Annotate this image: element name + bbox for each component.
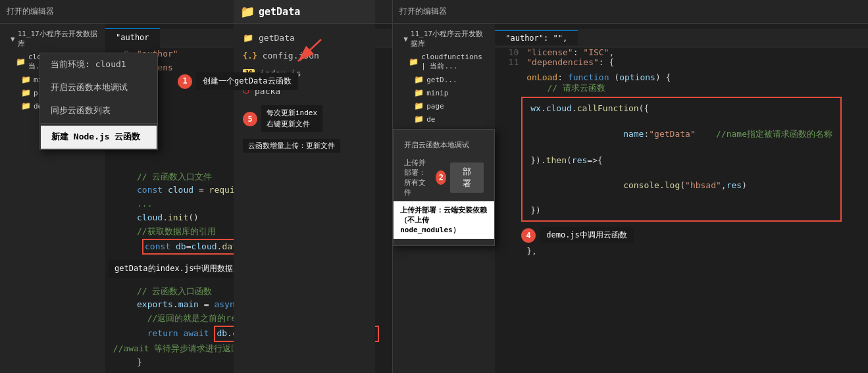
right-ln-cc [498, 82, 519, 94]
tree-label-p: p [34, 89, 38, 97]
tooltip-5-line2: 右键更新文件 [267, 119, 317, 130]
right-sidebar-cloudfunctions[interactable]: 📁 cloudfunctions | 当前... [393, 51, 495, 73]
cc-comment3: // 云函数入口函数 [137, 285, 212, 299]
annotation-1-container: 1 创建一个getData云函数 [178, 72, 298, 90]
bubble-5-container: 5 每次更新index 右键更新文件 [234, 100, 375, 137]
folder-icon-p: 📁 [21, 88, 31, 97]
right-ln-cb [498, 246, 519, 256]
right-workspace-label: 11_17小程序云开发数据库 [411, 29, 490, 49]
cloud-bubble2-container: 2 部署 [436, 162, 484, 193]
right-code-then: }).then(res=>{ [530, 155, 832, 165]
bubble-2: 2 [436, 170, 446, 185]
right-cc-11: "dependencies": { [526, 57, 614, 67]
right-cc-callfunction: wx.cloud.callFunction({ [530, 103, 649, 113]
right-folder-icon-de: 📁 [414, 114, 424, 124]
right-code-name: name:"getData" //name指定被请求函数的名称 [530, 118, 832, 150]
deploy-button[interactable]: 部署 [450, 162, 484, 193]
right-ln-11: 11 [498, 57, 519, 67]
left-tab-author[interactable]: "author [105, 28, 160, 47]
context-menu[interactable]: 当前环境: cloud1 开启云函数本地调试 同步云函数列表 新建 Node.j… [105, 53, 158, 150]
right-sidebar-minip[interactable]: 📁 minip [393, 86, 495, 99]
right-sidebar-getd[interactable]: 📁 getD... [393, 73, 495, 86]
right-cc-comment-cloud: // 请求云函数 [526, 82, 605, 94]
right-ln-ol [498, 72, 519, 82]
right-editor-panel: 打开的编辑器 ▼ 11_17小程序云开发数据库 📁 cloudfunctions… [393, 0, 868, 373]
deploy-option-cloud[interactable]: 上传并部署：云端安装依赖（不上传 node_modules） [394, 201, 494, 239]
sidebar-item-workspace[interactable]: ▼ 11_17小程序云开发数据库 [0, 27, 105, 51]
right-tab-author[interactable]: "author": "", [495, 30, 578, 45]
bubble-1: 1 [178, 74, 192, 89]
filebrowser-folder-name: getData [259, 6, 300, 18]
tooltip-cloud-upload: 云函数增量上传：更新文件 [234, 137, 375, 153]
right-cc-closeparen: }) [530, 205, 541, 215]
ln-dots [108, 197, 129, 211]
right-folder-icon-minip: 📁 [414, 88, 424, 97]
ln-init [108, 211, 129, 225]
cloud-popup: 开启云函数本地调试 上传并部署：所有文件 2 部署 上传并部署：云端安装依赖（不… [393, 129, 495, 246]
right-cc-closebrace: }, [526, 246, 537, 256]
fb-item-getdata[interactable]: 📁 getData [234, 29, 375, 47]
json-icon-config: {.} [243, 51, 257, 61]
middle-filebrowser: 📁 getData 📁 getData {.} config.json JS i… [234, 0, 375, 373]
right-tree-label-cf: cloudfunctions | 当前... [421, 53, 490, 71]
folder-icon-getdata: 📁 [243, 33, 253, 43]
annotation-4-label: demo.js中调用云函数 [540, 227, 634, 243]
right-tree-label-de: de [426, 115, 435, 124]
ln-exp [108, 298, 129, 312]
cc-init: cloud.init() [137, 211, 199, 225]
right-cc-console: console.log("hbsad",res) [530, 170, 747, 200]
right-code-onload: onLoad: function (options) { [495, 72, 868, 82]
right-folder-icon-page: 📁 [414, 101, 424, 111]
cc-comment2: //获取数据库的引用 [137, 225, 216, 239]
cc-comment4: //返回的就是之前的res [137, 312, 242, 326]
right-code-line-11: 11 "dependencies": { [495, 57, 868, 67]
right-tree-label-page: page [426, 102, 444, 111]
tooltip-5: 每次更新index 右键更新文件 [261, 105, 322, 132]
right-header: 打开的编辑器 [393, 0, 868, 24]
right-sidebar-page[interactable]: 📁 page [393, 99, 495, 112]
cc-await-comment: //await 等待异步请求进行返回 [108, 342, 240, 356]
right-sidebar-workspace[interactable]: ▼ 11_17小程序云开发数据库 [393, 27, 495, 51]
right-sidebar-de[interactable]: 📁 de [393, 112, 495, 126]
right-cc-then: }).then(res=>{ [530, 155, 603, 165]
folder-icon-large: 📁 [240, 5, 255, 18]
right-tree-label-getd: getD... [426, 76, 457, 84]
right-code-closebrace: }, [495, 246, 868, 256]
right-code-editor: "author": "", 10 "license": "ISC", 11 "d… [495, 24, 868, 373]
menu-item-env[interactable]: 当前环境: cloud1 [105, 53, 157, 76]
tooltip-cloud-upload-text: 云函数增量上传：更新文件 [243, 139, 340, 153]
right-cc-onload: onLoad: function (options) { [526, 72, 671, 82]
fb-label-config: config.json [263, 51, 319, 61]
menu-item-debug[interactable]: 开启云函数本地调试 [105, 76, 157, 99]
right-code-console: console.log("hbsad",res) [530, 170, 832, 200]
right-tree-label-minip: minip [426, 89, 448, 97]
ln-c1 [108, 170, 129, 184]
cloud-upload-label: 上传并部署：所有文件 [404, 158, 429, 197]
right-code-closeparen: }) [530, 205, 832, 215]
right-chevron-down-icon: ▼ [403, 35, 408, 43]
call-function-box: wx.cloud.callFunction({ name:"getData" /… [521, 97, 842, 222]
right-header-toolbar: 打开的编辑器 [399, 6, 447, 17]
right-code-callfunction: wx.cloud.callFunction({ [530, 103, 832, 113]
folder-icon-mini: 📁 [21, 75, 31, 84]
right-cc-10: "license": "ISC", [526, 47, 614, 57]
right-sidebar-tree: ▼ 11_17小程序云开发数据库 📁 cloudfunctions | 当前..… [393, 24, 495, 373]
ln-req [108, 184, 129, 197]
cloud-debug-label: 开启云函数本地调试 [404, 140, 469, 150]
workspace-label: 11_17小程序云开发数据库 [18, 29, 100, 49]
fb-item-config[interactable]: {.} config.json [234, 47, 375, 64]
right-folder-icon-getd: 📁 [414, 75, 424, 84]
folder-icon: 📁 [16, 57, 26, 66]
menu-item-new-nodejs[interactable]: 新建 Node.js 云函数 [105, 125, 157, 149]
right-ln-10: 10 [498, 47, 519, 57]
menu-divider [105, 123, 157, 124]
tooltip-5-line1: 每次更新index [267, 108, 317, 119]
right-folder-icon: 📁 [409, 57, 419, 66]
left-header-toolbar: 打开的编辑器 [7, 6, 54, 17]
ln-c4 [108, 312, 129, 326]
folder-icon-de: 📁 [21, 101, 31, 111]
menu-item-sync[interactable]: 同步云函数列表 [105, 99, 157, 122]
fb-label-getdata: getData [259, 33, 295, 43]
ln-c3 [108, 285, 129, 299]
filebrowser-header: 📁 getData [234, 0, 375, 24]
